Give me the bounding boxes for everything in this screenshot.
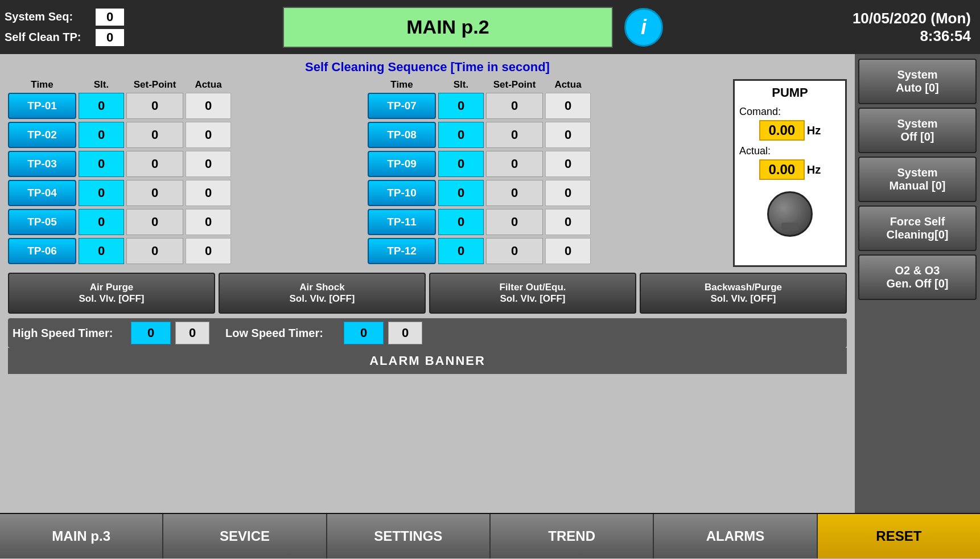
table-row: TP-05 0 0 0 [8,209,362,235]
th-sp-right: Set-Point [486,79,543,91]
top-left-panel: System Seq: 0 Self Clean TP: 0 [0,0,148,54]
tp-act-TP-08: 0 [545,122,591,148]
nav-service[interactable]: SEVICE [163,514,327,558]
tp-button-TP-02[interactable]: TP-02 [8,122,76,148]
air-purge-button[interactable]: Air PurgeSol. Vlv. [OFF] [8,273,215,314]
tp-left-column: Time Slt. Set-Point Actua TP-01 0 0 0 TP… [8,79,362,267]
tp-slt-TP-11[interactable]: 0 [438,209,484,235]
datetime: 10/05/2020 (Mon) 8:36:54 [853,10,971,45]
solenoid-row: Air PurgeSol. Vlv. [OFF] Air ShockSol. V… [8,273,847,314]
tp-slt-TP-05[interactable]: 0 [79,209,124,235]
pump-knob[interactable] [767,191,813,237]
tp-sp-TP-06: 0 [126,238,183,264]
tp-slt-TP-03[interactable]: 0 [79,151,124,177]
system-manual-button[interactable]: SystemManual [0] [858,157,977,202]
tp-act-TP-02: 0 [186,122,231,148]
tp-button-TP-08[interactable]: TP-08 [368,122,436,148]
tp-button-TP-11[interactable]: TP-11 [368,209,436,235]
tp-button-TP-10[interactable]: TP-10 [368,180,436,206]
tp-slt-TP-01[interactable]: 0 [79,93,124,119]
right-sidebar: SystemAuto [0] SystemOff [0] SystemManua… [855,54,980,513]
tp-left-rows: TP-01 0 0 0 TP-02 0 0 0 TP-03 0 0 0 TP-0… [8,93,362,264]
pump-comand-row: 0.00 Hz [759,120,821,141]
tp-middle-area: Time Slt. Set-Point Actua TP-01 0 0 0 TP… [8,79,847,267]
low-speed-val1[interactable]: 0 [344,322,384,344]
table-row: TP-01 0 0 0 [8,93,362,119]
th-act-right: Actua [545,79,591,91]
th-slt-left: Slt. [79,79,124,91]
tp-button-TP-05[interactable]: TP-05 [8,209,76,235]
pump-comand-value: 0.00 [759,120,805,141]
tp-act-TP-04: 0 [186,180,231,206]
filter-out-button[interactable]: Filter Out/Equ.Sol. Vlv. [OFF] [429,273,636,314]
high-speed-val1[interactable]: 0 [131,322,171,344]
table-row: TP-02 0 0 0 [8,122,362,148]
tp-button-TP-04[interactable]: TP-04 [8,180,76,206]
tp-sp-TP-02: 0 [126,122,183,148]
nav-main-p3[interactable]: MAIN p.3 [0,514,163,558]
o2-o3-gen-button[interactable]: O2 & O3Gen. Off [0] [858,254,977,300]
info-icon: i [641,15,647,39]
left-panel: Self Cleaning Sequence [Time in second] … [0,54,855,513]
tp-sp-TP-08: 0 [486,122,543,148]
alarm-banner-text: ALARM BANNER [369,354,485,368]
tp-slt-TP-12[interactable]: 0 [438,238,484,264]
tp-sp-TP-07: 0 [486,93,543,119]
tp-button-TP-01[interactable]: TP-01 [8,93,76,119]
table-row: TP-06 0 0 0 [8,238,362,264]
tp-button-TP-06[interactable]: TP-06 [8,238,76,264]
tp-right-header: Time Slt. Set-Point Actua [368,79,722,91]
tp-sp-TP-04: 0 [126,180,183,206]
section-title: Self Cleaning Sequence [Time in second] [8,60,847,75]
tp-button-TP-07[interactable]: TP-07 [368,93,436,119]
tp-slt-TP-02[interactable]: 0 [79,122,124,148]
air-shock-button[interactable]: Air ShockSol. Vlv. [OFF] [219,273,426,314]
tp-act-TP-03: 0 [186,151,231,177]
tp-sp-TP-03: 0 [126,151,183,177]
info-button[interactable]: i [624,8,663,47]
tp-slt-TP-10[interactable]: 0 [438,180,484,206]
main-title-box: MAIN p.2 [283,7,613,48]
tp-button-TP-03[interactable]: TP-03 [8,151,76,177]
tp-act-TP-06: 0 [186,238,231,264]
pump-actual-label: Actual: [739,145,771,157]
tp-sp-TP-10: 0 [486,180,543,206]
tp-button-TP-09[interactable]: TP-09 [368,151,436,177]
timer-row: High Speed Timer: 0 0 Low Speed Timer: 0… [8,318,847,348]
tp-slt-TP-08[interactable]: 0 [438,122,484,148]
tp-sp-TP-05: 0 [126,209,183,235]
table-row: TP-12 0 0 0 [368,238,722,264]
pump-comand-unit: Hz [807,124,821,137]
top-center: MAIN p.2 i [148,0,798,54]
pump-section: PUMP Comand: 0.00 Hz Actual: 0.00 Hz [733,79,847,267]
tp-button-TP-12[interactable]: TP-12 [368,238,436,264]
th-time-left: Time [8,79,76,91]
time-line: 8:36:54 [853,27,971,45]
top-bar: System Seq: 0 Self Clean TP: 0 MAIN p.2 … [0,0,980,54]
system-off-button[interactable]: SystemOff [0] [858,108,977,153]
tp-slt-TP-06[interactable]: 0 [79,238,124,264]
tp-slt-TP-04[interactable]: 0 [79,180,124,206]
nav-settings[interactable]: SETTINGS [327,514,491,558]
tp-sp-TP-01: 0 [126,93,183,119]
table-row: TP-08 0 0 0 [368,122,722,148]
tp-right-rows: TP-07 0 0 0 TP-08 0 0 0 TP-09 0 0 0 TP-1… [368,93,722,264]
nav-trend[interactable]: TREND [491,514,654,558]
nav-alarms[interactable]: ALARMS [654,514,817,558]
tp-act-TP-05: 0 [186,209,231,235]
tp-act-TP-07: 0 [545,93,591,119]
system-seq-value: 0 [96,9,124,26]
pump-actual-unit: Hz [807,163,821,176]
nav-reset[interactable]: RESET [818,514,980,558]
main-area: Self Cleaning Sequence [Time in second] … [0,54,980,513]
backwash-purge-button[interactable]: Backwash/PurgeSol. Vlv. [OFF] [640,273,847,314]
force-self-cleaning-button[interactable]: Force SelfCleaning[0] [858,205,977,251]
tp-slt-TP-09[interactable]: 0 [438,151,484,177]
system-auto-button[interactable]: SystemAuto [0] [858,59,977,104]
low-speed-timer-label: Low Speed Timer: [225,327,339,340]
tp-act-TP-10: 0 [545,180,591,206]
table-row: TP-11 0 0 0 [368,209,722,235]
table-row: TP-04 0 0 0 [8,180,362,206]
tp-slt-TP-07[interactable]: 0 [438,93,484,119]
system-seq-row: System Seq: 0 [5,9,143,26]
